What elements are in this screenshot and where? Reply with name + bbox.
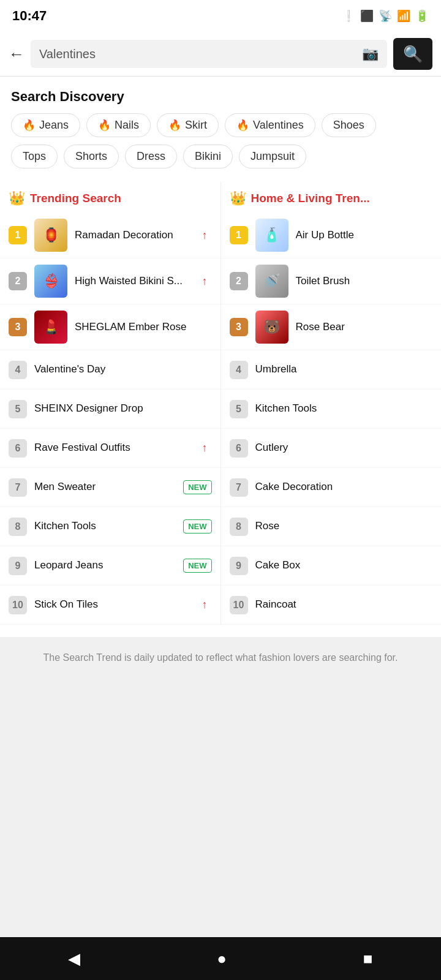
home-name-7: Cake Decoration xyxy=(255,480,433,494)
trend-item-4[interactable]: 4 Valentine's Day xyxy=(0,350,221,390)
home-item-7[interactable]: 7 Cake Decoration xyxy=(221,468,442,507)
rank-4: 4 xyxy=(9,361,27,379)
home-item-1[interactable]: 1 🧴 Air Up Bottle xyxy=(221,213,442,258)
home-name-10: Raincoat xyxy=(255,598,433,611)
search-discovery-title: Search Discovery xyxy=(0,77,441,113)
trend-name-7: Men Sweater xyxy=(34,480,176,494)
home-name-6: Cutlery xyxy=(255,441,433,454)
nav-recents-button[interactable]: ■ xyxy=(363,949,373,968)
home-rank-9: 9 xyxy=(230,557,248,575)
trend-name-4: Valentine's Day xyxy=(34,363,212,376)
notification-icon: ❕ xyxy=(342,9,355,23)
fire-icon-skirt: 🔥 xyxy=(168,119,181,132)
hot-tags-row: 🔥 Jeans 🔥 Nails 🔥 Skirt 🔥 Valentines Sho… xyxy=(0,113,441,145)
home-rank-5: 5 xyxy=(230,400,248,418)
home-item-2[interactable]: 2 🚿 Toilet Brush xyxy=(221,258,442,304)
trend-name-5: SHEINX Designer Drop xyxy=(34,402,212,415)
tag-bikini[interactable]: Bikini xyxy=(183,145,233,168)
crown-icon-home: 👑 xyxy=(230,190,246,206)
rank-9: 9 xyxy=(9,557,27,575)
trend-item-2[interactable]: 2 👙 High Waisted Bikini S... ↑ xyxy=(0,258,221,304)
camera-icon[interactable]: 📷 xyxy=(362,46,379,62)
thumb-bikini: 👙 xyxy=(34,265,67,298)
thumb-airup: 🧴 xyxy=(255,219,288,252)
trending-search-title: Trending Search xyxy=(30,192,121,205)
nav-back-button[interactable]: ◀ xyxy=(68,949,80,968)
trend-item-8[interactable]: 8 Kitchen Tools NEW xyxy=(0,507,221,546)
thumb-rose-bear: 🐻 xyxy=(255,311,288,344)
home-name-2: Toilet Brush xyxy=(296,274,433,288)
badge-up-10: ↑ xyxy=(198,597,212,613)
home-name-8: Rose xyxy=(255,519,433,533)
home-item-4[interactable]: 4 Umbrella xyxy=(221,350,442,390)
search-button[interactable]: 🔍 xyxy=(393,38,432,70)
trend-item-10[interactable]: 10 Stick On Tiles ↑ xyxy=(0,586,221,625)
back-button[interactable]: ← xyxy=(9,45,24,64)
badge-up-2: ↑ xyxy=(198,273,212,290)
home-item-5[interactable]: 5 Kitchen Tools xyxy=(221,390,442,429)
status-icons: ❕ ⬛ 📡 📶 🔋 xyxy=(342,9,429,23)
home-item-10[interactable]: 10 Raincoat xyxy=(221,586,442,625)
thumb-sheglam: 💄 xyxy=(34,311,67,344)
badge-up-6: ↑ xyxy=(198,440,212,456)
home-item-3[interactable]: 3 🐻 Rose Bear xyxy=(221,304,442,350)
home-item-8[interactable]: 8 Rose xyxy=(221,507,442,546)
fire-icon-valentines: 🔥 xyxy=(236,119,249,132)
home-name-5: Kitchen Tools xyxy=(255,402,433,415)
tag-nails[interactable]: 🔥 Nails xyxy=(86,113,151,137)
search-bar: ← Valentines 📷 🔍 xyxy=(0,32,441,77)
mode-icon: ⬛ xyxy=(360,9,374,23)
battery-icon: 🔋 xyxy=(415,9,429,23)
tag-shorts[interactable]: Shorts xyxy=(64,145,119,168)
trend-item-5[interactable]: 5 SHEINX Designer Drop xyxy=(0,390,221,429)
home-rank-1: 1 xyxy=(230,226,248,244)
home-rank-3: 3 xyxy=(230,318,248,336)
normal-tags-row: Tops Shorts Dress Bikini Jumpsuit xyxy=(0,145,441,176)
rank-8: 8 xyxy=(9,518,27,536)
home-rank-6: 6 xyxy=(230,439,248,458)
home-rank-8: 8 xyxy=(230,518,248,536)
tag-skirt[interactable]: 🔥 Skirt xyxy=(157,113,219,137)
trend-name-3: SHEGLAM Ember Rose xyxy=(75,320,212,334)
badge-new-8: NEW xyxy=(183,519,211,533)
rank-10: 10 xyxy=(9,596,27,614)
trend-name-1: Ramadan Decoration xyxy=(75,228,190,242)
trend-item-3[interactable]: 3 💄 SHEGLAM Ember Rose xyxy=(0,304,221,350)
main-content: Search Discovery 🔥 Jeans 🔥 Nails 🔥 Skirt… xyxy=(0,77,441,637)
home-name-3: Rose Bear xyxy=(296,320,433,334)
fire-icon-jeans: 🔥 xyxy=(23,119,36,132)
home-rank-7: 7 xyxy=(230,478,248,497)
tag-valentines[interactable]: 🔥 Valentines xyxy=(225,113,315,137)
badge-up-1: ↑ xyxy=(198,227,212,244)
trending-search-panel: 👑 Trending Search 1 🏮 Ramadan Decoration… xyxy=(0,182,221,625)
tag-tops[interactable]: Tops xyxy=(11,145,58,168)
tag-jumpsuit[interactable]: Jumpsuit xyxy=(239,145,306,168)
rank-3: 3 xyxy=(9,318,27,336)
trend-item-1[interactable]: 1 🏮 Ramadan Decoration ↑ xyxy=(0,213,221,258)
rank-5: 5 xyxy=(9,400,27,418)
nav-home-button[interactable]: ● xyxy=(217,949,227,968)
tag-jeans[interactable]: 🔥 Jeans xyxy=(11,113,80,137)
trend-name-8: Kitchen Tools xyxy=(34,519,176,533)
cast-icon: 📡 xyxy=(379,9,392,23)
search-input-wrap[interactable]: Valentines 📷 xyxy=(31,40,387,68)
home-living-title: Home & Living Tren... xyxy=(251,192,370,205)
search-input[interactable]: Valentines xyxy=(39,47,356,61)
tag-dress[interactable]: Dress xyxy=(125,145,177,168)
trend-name-9: Leopard Jeans xyxy=(34,559,176,572)
thumb-toilet: 🚿 xyxy=(255,265,288,298)
crown-icon-trending: 👑 xyxy=(9,190,25,206)
home-item-9[interactable]: 9 Cake Box xyxy=(221,546,442,586)
home-living-panel: 👑 Home & Living Tren... 1 🧴 Air Up Bottl… xyxy=(221,182,442,625)
tag-shoes[interactable]: Shoes xyxy=(322,113,376,137)
trend-item-7[interactable]: 7 Men Sweater NEW xyxy=(0,468,221,507)
trend-item-9[interactable]: 9 Leopard Jeans NEW xyxy=(0,546,221,586)
trend-item-6[interactable]: 6 Rave Festival Outfits ↑ xyxy=(0,429,221,468)
search-icon: 🔍 xyxy=(403,45,423,64)
fire-icon-nails: 🔥 xyxy=(98,119,111,132)
home-name-1: Air Up Bottle xyxy=(296,228,433,242)
panels-container: 👑 Trending Search 1 🏮 Ramadan Decoration… xyxy=(0,182,441,625)
home-item-6[interactable]: 6 Cutlery xyxy=(221,429,442,468)
home-rank-10: 10 xyxy=(230,596,248,614)
rank-7: 7 xyxy=(9,478,27,497)
